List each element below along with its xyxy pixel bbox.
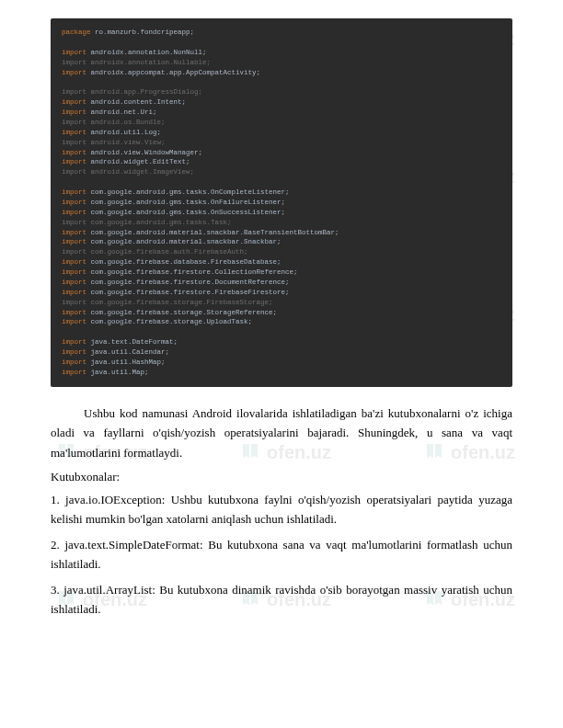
code-line: android.widget.EditText; (86, 158, 190, 165)
code-line: com.google.android.material.snackbar.Sna… (86, 238, 282, 245)
heading-libraries: Kutubxonalar: (51, 470, 512, 484)
code-kw: import (62, 129, 86, 136)
code-line: com.google.android.gms.tasks.OnCompleteL… (86, 188, 290, 196)
code-line: java.util.Map; (86, 369, 149, 376)
code-line: com.google.firebase.firestore.Collection… (86, 268, 298, 276)
code-kw: import (62, 279, 86, 286)
code-kw: package (62, 28, 91, 36)
code-line: com.google.android.gms.tasks.OnFailureLi… (86, 199, 285, 206)
code-kw: import (62, 88, 86, 96)
code-kw: import (62, 238, 86, 245)
code-kw: import (62, 59, 86, 66)
code-line: android.app.ProgressDialog; (86, 88, 202, 96)
code-line: com.google.firebase.firestore.FirebaseFi… (86, 289, 290, 296)
code-kw: import (62, 69, 86, 76)
code-line: com.google.firebase.firestore.DocumentRe… (86, 279, 290, 286)
code-line: com.google.firebase.storage.StorageRefer… (86, 309, 277, 316)
list-item-2: 2. java.text.SimpleDateFormat: Bu kutubx… (51, 535, 512, 574)
code-line: androidx.appcompat.app.AppCompatActivity… (86, 69, 260, 76)
code-kw: import (62, 49, 86, 56)
code-kw: import (62, 369, 86, 376)
code-kw: import (62, 219, 86, 226)
code-line: com.google.android.gms.tasks.OnSuccessLi… (86, 209, 285, 216)
list-item-3: 3. java.util.ArrayList: Bu kutubxona din… (51, 580, 512, 620)
code-line: com.google.firebase.storage.FirebaseStor… (86, 299, 273, 306)
code-kw: import (62, 318, 86, 325)
code-line: com.google.android.material.snackbar.Bas… (86, 229, 339, 236)
code-kw: import (62, 199, 86, 206)
code-kw: import (62, 139, 86, 146)
code-line: ro.manzurb.fondcripeapp; (91, 28, 195, 36)
code-kw: import (62, 209, 86, 216)
code-line: java.util.HashMap; (86, 358, 166, 366)
code-line: com.google.firebase.storage.UploadTask; (86, 318, 252, 325)
code-line: androidx.annotation.NonNull; (86, 49, 207, 56)
code-kw: import (62, 299, 86, 306)
code-line: android.net.Uri; (86, 108, 157, 116)
code-line: com.google.android.gms.tasks.Task; (86, 219, 232, 226)
code-kw: import (62, 108, 86, 116)
code-block: package ro.manzurb.fondcripeapp; import … (51, 18, 512, 387)
code-line: android.util.Log; (86, 129, 161, 136)
code-line: java.util.Calendar; (86, 348, 169, 356)
code-kw: import (62, 119, 86, 126)
code-kw: import (62, 258, 86, 266)
code-line: androidx.annotation.Nullable; (86, 59, 211, 66)
code-line: com.google.firebase.auth.FirebaseAuth; (86, 248, 248, 256)
code-kw: import (62, 358, 86, 366)
code-kw: import (62, 188, 86, 196)
code-kw: import (62, 98, 86, 106)
code-line: com.google.firebase.database.FirebaseDat… (86, 258, 282, 266)
code-kw: import (62, 149, 86, 156)
code-kw: import (62, 309, 86, 316)
code-kw: import (62, 289, 86, 296)
code-kw: import (62, 338, 86, 346)
code-line: android.content.Intent; (86, 98, 186, 106)
code-kw: import (62, 158, 86, 165)
code-kw: import (62, 248, 86, 256)
paragraph-intro: Ushbu kod namunasi Android ilovalarida i… (51, 404, 512, 462)
code-kw: import (62, 168, 86, 176)
code-line: android.view.WindowManager; (86, 149, 202, 156)
code-line: android.widget.ImageView; (86, 168, 194, 176)
code-line: java.text.DateFormat; (86, 338, 178, 346)
code-line: android.os.Bundle; (86, 119, 166, 126)
list-item-1: 1. java.io.IOException: Ushbu kutubxona … (51, 490, 512, 529)
code-kw: import (62, 348, 86, 356)
code-line: android.view.View; (86, 139, 166, 146)
code-kw: import (62, 268, 86, 276)
code-kw: import (62, 229, 86, 236)
